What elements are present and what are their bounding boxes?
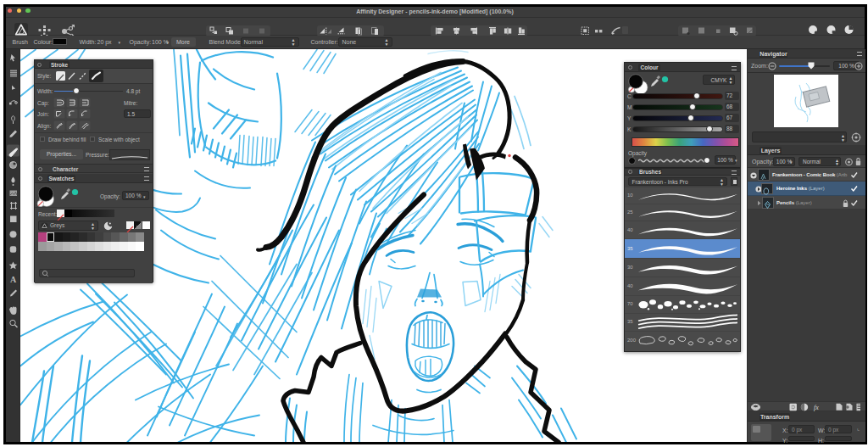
svg-text:A: A bbox=[9, 275, 16, 284]
svg-text:fx: fx bbox=[814, 404, 819, 411]
